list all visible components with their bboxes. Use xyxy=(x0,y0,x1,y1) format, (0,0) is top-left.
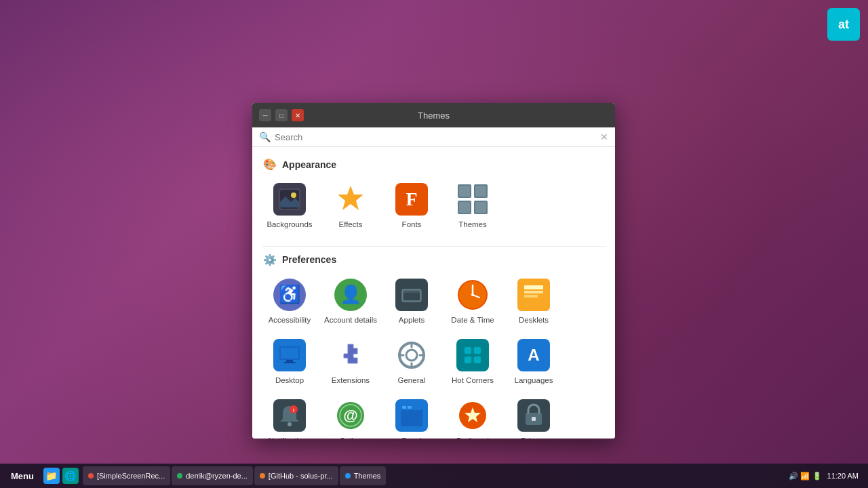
languages-item[interactable]: A Languages xyxy=(503,332,564,392)
applets-item[interactable]: Applets xyxy=(381,272,442,332)
extensions-svg xyxy=(334,339,367,371)
privacy-icon xyxy=(517,399,550,432)
privacy-item[interactable]: Privacy xyxy=(503,392,564,439)
svg-point-40 xyxy=(288,422,292,426)
svg-rect-48 xyxy=(402,406,406,409)
effects-icon xyxy=(334,183,367,216)
themes-svg xyxy=(456,183,489,216)
fonts-label: Fonts xyxy=(402,220,422,230)
svg-rect-24 xyxy=(524,295,538,298)
preferences-icon: ⚙️ xyxy=(263,253,277,266)
online-accounts-icon: @ xyxy=(334,399,367,432)
svg-rect-49 xyxy=(408,406,412,409)
themes-window: ─ □ ✕ Themes 🔍 ✕ 🎨 Appearance xyxy=(252,103,615,439)
window-titlebar: ─ □ ✕ Themes xyxy=(252,103,615,127)
preferred-applications-svg xyxy=(456,399,489,432)
search-clear-button[interactable]: ✕ xyxy=(600,131,608,142)
taskbar-app-screenrec[interactable]: [SimpleScreenRec... xyxy=(83,466,170,485)
svg-rect-22 xyxy=(524,285,543,289)
svg-rect-23 xyxy=(524,291,543,293)
notifications-icon: ! xyxy=(273,399,306,432)
backgrounds-item[interactable]: Backgrounds xyxy=(259,176,320,237)
privacy-svg xyxy=(523,403,545,428)
taskbar-status-icons: 🔊 📶 🔋 xyxy=(789,472,821,481)
preferences-label: Preferences xyxy=(282,254,336,265)
languages-label: Languages xyxy=(515,375,553,386)
taskbar-menu[interactable]: Menu xyxy=(4,471,41,481)
backgrounds-icon xyxy=(273,183,306,216)
preferences-grid: ♿ Accessibility 👤 Account details xyxy=(252,272,615,439)
online-accounts-svg: @ xyxy=(334,399,367,432)
date-time-svg xyxy=(456,279,489,311)
accessibility-label: Accessibility xyxy=(269,315,311,325)
accessibility-item[interactable]: ♿ Accessibility xyxy=(259,272,320,332)
svg-rect-9 xyxy=(475,186,486,197)
appearance-icon: 🎨 xyxy=(263,158,277,171)
extensions-icon xyxy=(334,339,367,371)
online-accounts-label: Online Accounts xyxy=(324,436,377,439)
svg-text:!: ! xyxy=(293,407,295,413)
taskbar-time: 11:20 AM xyxy=(827,472,859,480)
desklets-svg xyxy=(522,283,545,306)
account-details-label: Account details xyxy=(324,315,377,325)
preferred-applications-item[interactable]: Preferred Applications xyxy=(442,392,503,439)
maximize-button[interactable]: □ xyxy=(275,109,288,121)
panel-item[interactable]: Panel xyxy=(381,392,442,439)
backgrounds-svg xyxy=(279,188,300,210)
account-details-item[interactable]: 👤 Account details xyxy=(320,272,381,332)
hot-corners-item[interactable]: Hot Corners xyxy=(442,332,503,392)
search-icon: 🔍 xyxy=(259,131,271,142)
svg-point-20 xyxy=(471,293,474,296)
effects-item[interactable]: Effects xyxy=(320,176,381,237)
extensions-label: Extensions xyxy=(332,375,370,386)
search-input[interactable] xyxy=(275,132,596,142)
privacy-label: Privacy xyxy=(521,436,547,439)
avatar-initials: at xyxy=(838,18,849,32)
desktop-item[interactable]: Desktop xyxy=(259,332,320,392)
svg-rect-15 xyxy=(403,291,420,293)
notifications-label: Notifications xyxy=(269,436,311,439)
backgrounds-label: Backgrounds xyxy=(267,220,312,230)
svg-rect-38 xyxy=(465,357,471,363)
preferred-applications-label: Preferred Applications xyxy=(446,436,499,439)
svg-rect-53 xyxy=(532,417,536,421)
fonts-item[interactable]: F Fonts xyxy=(381,176,442,237)
general-svg xyxy=(395,339,428,371)
desklets-item[interactable]: Desklets xyxy=(503,272,564,332)
panel-svg xyxy=(399,403,424,428)
desklets-icon xyxy=(517,279,550,311)
date-time-item[interactable]: Date & Time xyxy=(442,272,503,332)
svg-text:@: @ xyxy=(343,407,357,424)
fonts-icon: F xyxy=(395,183,428,216)
notifications-item[interactable]: ! Notifications xyxy=(259,392,320,439)
desklets-label: Desklets xyxy=(519,315,549,325)
accessibility-icon: ♿ xyxy=(273,279,306,311)
online-accounts-item[interactable]: @ Online Accounts xyxy=(320,392,381,439)
svg-rect-36 xyxy=(465,347,471,354)
languages-icon: A xyxy=(517,339,550,371)
themes-item[interactable]: Themes xyxy=(442,176,503,237)
effects-svg xyxy=(334,183,367,216)
svg-rect-39 xyxy=(474,357,481,363)
date-time-icon xyxy=(456,279,489,311)
notifications-svg: ! xyxy=(279,404,300,427)
close-button[interactable]: ✕ xyxy=(292,109,304,121)
taskbar-right: 🔊 📶 🔋 11:20 AM xyxy=(789,472,864,481)
taskbar-icons: 📁 🌐 xyxy=(43,468,79,484)
general-item[interactable]: General xyxy=(381,332,442,392)
window-title: Themes xyxy=(259,110,608,121)
minimize-button[interactable]: ─ xyxy=(259,109,271,121)
taskbar-icon-browser[interactable]: 🌐 xyxy=(62,468,79,484)
preferences-section-header: ⚙️ Preferences xyxy=(252,249,615,272)
svg-point-30 xyxy=(406,350,417,361)
taskbar-app-github[interactable]: [GitHub - solus-pr... xyxy=(254,466,338,485)
desktop-label: Desktop xyxy=(275,375,304,386)
extensions-item[interactable]: Extensions xyxy=(320,332,381,392)
window-content: 🎨 Appearance Backgrounds xyxy=(252,147,615,439)
taskbar-app-themes[interactable]: Themes xyxy=(340,466,387,485)
svg-rect-8 xyxy=(459,186,470,197)
applets-icon xyxy=(395,279,428,311)
taskbar-icon-files[interactable]: 📁 xyxy=(43,468,60,484)
taskbar-app-terminal[interactable]: derrik@ryzen-de... xyxy=(172,466,253,485)
svg-rect-10 xyxy=(459,202,470,213)
